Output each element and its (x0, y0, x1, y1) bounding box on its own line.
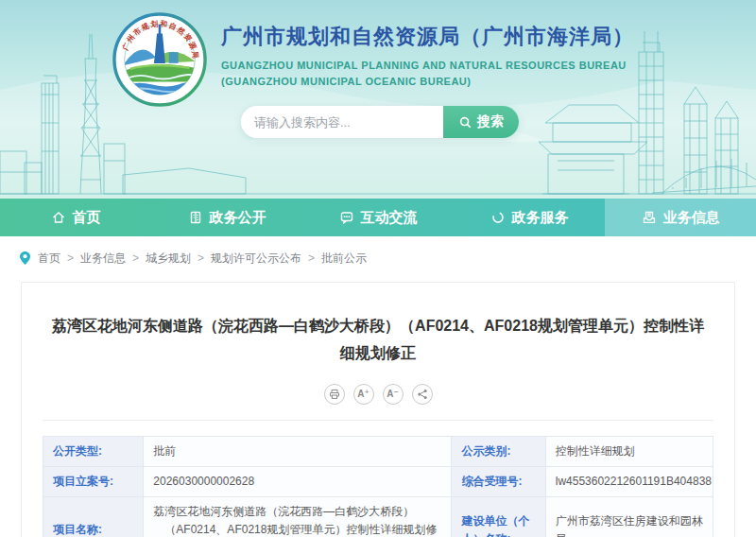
field-label-public-type: 公开类型: (43, 436, 144, 466)
article-toolbar: A⁺ A⁻ (43, 384, 713, 405)
field-value-acceptance-number: lw4553602212601191B404838 (545, 466, 713, 496)
nav-item-label: 互动交流 (361, 209, 418, 227)
field-label-publicity-category: 公示类别: (452, 436, 545, 466)
breadcrumb-item-pre-approval[interactable]: 批前公示 (321, 251, 367, 267)
table-row: 项目立案号: 2026030000002628 综合受理号: lw4553602… (43, 466, 713, 496)
field-value-construction-unit: 广州市荔湾区住房建设和园林局 (545, 496, 713, 537)
site-title: 广州市规划和自然资源局（广州市海洋局） (221, 23, 634, 51)
bureau-logo[interactable]: 广州市规划和自然资源局 (112, 11, 208, 108)
content-card: 荔湾区花地河东侧道路（浣花西路—白鹤沙大桥段）（AF0214、AF0218规划管… (21, 282, 735, 537)
business-info-icon (642, 210, 657, 225)
field-value-project-name: 荔湾区花地河东侧道路（浣花西路—白鹤沙大桥段） （AF0214、AF0218规划… (144, 496, 452, 537)
breadcrumb-separator: > (308, 251, 315, 265)
font-increase-icon: A⁺ (357, 390, 369, 399)
nav-item-label: 业务信息 (663, 209, 720, 227)
divider (43, 420, 713, 421)
breadcrumb-item-business-info[interactable]: 业务信息 (80, 251, 126, 267)
breadcrumb-item-home[interactable]: 首页 (38, 251, 60, 267)
field-label-project-case-number: 项目立案号: (43, 466, 144, 496)
font-decrease-icon: A⁻ (387, 390, 399, 399)
breadcrumb-item-permit-publicity[interactable]: 规划许可公示公布 (211, 251, 301, 267)
nav-item-label: 首页 (73, 209, 101, 227)
search-bar: 搜索 (241, 106, 519, 138)
breadcrumb-item-urban-planning[interactable]: 城乡规划 (146, 251, 191, 267)
search-icon (458, 115, 472, 130)
table-row: 公开类型: 批前 公示类别: 控制性详细规划 (43, 436, 713, 466)
location-pin-icon (19, 251, 31, 266)
document-icon (188, 210, 203, 225)
project-info-table: 公开类型: 批前 公示类别: 控制性详细规划 项目立案号: 2026030000… (43, 436, 713, 537)
nav-item-home[interactable]: 首页 (0, 199, 151, 236)
home-icon (51, 210, 66, 225)
field-label-project-name: 项目名称: (43, 496, 144, 537)
nav-item-gov-services[interactable]: 政务服务 (454, 199, 605, 236)
share-icon (417, 389, 428, 400)
field-label-acceptance-number: 综合受理号: (452, 466, 545, 496)
field-value-publicity-category: 控制性详细规划 (545, 436, 713, 466)
breadcrumb-separator: > (198, 251, 204, 265)
font-decrease-button[interactable]: A⁻ (383, 384, 404, 405)
breadcrumb: 首页 > 业务信息 > 城乡规划 > 规划许可公示公布 > 批前公示 (0, 236, 756, 280)
search-button-label: 搜索 (477, 113, 504, 130)
chat-icon (339, 210, 354, 225)
site-subtitle: GUANGZHOU MUNICIPAL PLANNING AND NATURAL… (221, 58, 634, 90)
field-label-construction-unit: 建设单位（个人）名称: (452, 496, 545, 537)
nav-item-interaction[interactable]: 互动交流 (302, 199, 454, 236)
table-row: 项目名称: 荔湾区花地河东侧道路（浣花西路—白鹤沙大桥段） （AF0214、AF… (43, 496, 713, 537)
main-nav: 首页 政务公开 互动交流 政务服务 业务信息 (0, 199, 756, 236)
breadcrumb-separator: > (67, 251, 74, 265)
site-subtitle-line2: (GUANGZHOU MUNICIPAL OCEANIC BUREAU) (221, 74, 634, 90)
search-button[interactable]: 搜索 (443, 106, 519, 138)
nav-item-business-info[interactable]: 业务信息 (605, 199, 756, 236)
field-value-public-type: 批前 (144, 436, 452, 466)
article-title: 荔湾区花地河东侧道路（浣花西路—白鹤沙大桥段）（AF0214、AF0218规划管… (52, 313, 704, 368)
share-button[interactable] (412, 384, 433, 405)
site-subtitle-line1: GUANGZHOU MUNICIPAL PLANNING AND NATURAL… (221, 58, 634, 74)
nav-item-gov-affairs[interactable]: 政务公开 (151, 199, 302, 236)
font-increase-button[interactable]: A⁺ (353, 384, 374, 405)
nav-item-label: 政务公开 (210, 209, 266, 227)
breadcrumb-separator: > (132, 251, 139, 265)
site-header: 广州市规划和自然资源局 广州市规划和自然资源局（广州市海洋局） GUANGZHO… (0, 0, 756, 199)
search-input[interactable] (241, 106, 443, 138)
nav-item-label: 政务服务 (512, 209, 569, 227)
field-value-project-case-number: 2026030000002628 (144, 466, 452, 496)
print-icon (329, 389, 340, 400)
print-button[interactable] (324, 384, 345, 405)
service-icon (490, 210, 506, 225)
